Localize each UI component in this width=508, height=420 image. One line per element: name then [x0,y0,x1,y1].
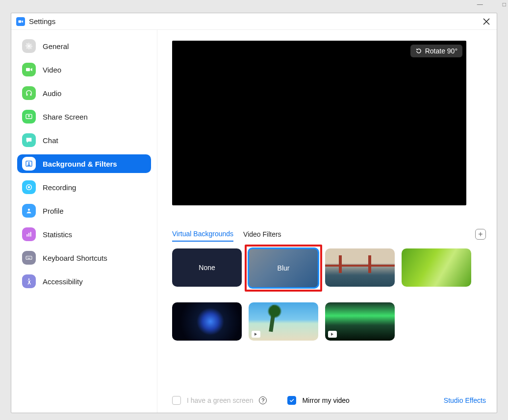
chat-icon [22,133,36,147]
rotate-label: Rotate 90° [425,47,457,55]
mirror-video-checkbox[interactable] [287,396,296,405]
sidebar-item-recording[interactable]: Recording [17,178,151,197]
svg-rect-18 [27,258,30,259]
thumb-label: Blur [278,264,290,272]
add-background-button[interactable]: + [475,229,486,240]
bg-option-beach[interactable] [249,302,318,341]
sidebar-item-label: Video [43,66,61,74]
bg-option-bridge[interactable] [325,248,395,287]
sidebar-item-keyboard-shortcuts[interactable]: Keyboard Shortcuts [17,248,151,267]
main-panel: Rotate 90° Virtual Backgrounds Video Fil… [157,30,497,413]
settings-dialog: Settings General Video [11,13,497,413]
accessibility-icon [22,274,36,288]
rotate-icon [415,48,422,54]
sidebar-item-accessibility[interactable]: Accessibility [17,272,151,291]
sidebar-item-label: Audio [43,89,61,98]
keyboard-icon [22,251,36,265]
svg-point-15 [27,257,27,258]
sidebar-item-label: Share Screen [43,113,88,121]
svg-point-19 [28,278,30,280]
bg-option-grass[interactable] [402,248,471,287]
svg-point-17 [29,257,30,258]
sidebar-item-label: Statistics [43,230,72,239]
sidebar-item-label: Background & Filters [43,160,117,168]
dialog-header: Settings [11,13,497,30]
filter-tabs: Virtual Backgrounds Video Filters + [172,227,486,242]
mirror-video-label: Mirror my video [302,396,349,404]
bg-option-earth[interactable] [172,302,242,341]
bg-option-blur-highlight: Blur [245,245,322,292]
bar-chart-icon [22,227,36,241]
bg-option-blur[interactable]: Blur [248,247,319,289]
svg-rect-0 [19,20,22,23]
bg-option-aurora[interactable] [325,302,395,341]
dialog-title: Settings [29,17,55,25]
video-preview: Rotate 90° [172,41,466,205]
close-button[interactable] [481,16,492,27]
footer-bar: I have a green screen ? Mirror my video … [172,396,486,405]
svg-rect-3 [26,94,28,96]
video-badge-icon [328,331,337,338]
sidebar-item-label: Recording [43,183,76,192]
sidebar-item-profile[interactable]: Profile [17,201,151,220]
svg-rect-14 [26,256,32,260]
tab-video-filters[interactable]: Video Filters [243,227,281,241]
svg-rect-12 [28,233,29,236]
sidebar-item-chat[interactable]: Chat [17,131,151,149]
green-screen-label: I have a green screen [187,396,253,404]
help-icon[interactable]: ? [259,396,267,404]
os-window-controls[interactable]: — □ [477,1,506,8]
sidebar-item-label: Keyboard Shortcuts [43,254,107,262]
studio-effects-link[interactable]: Studio Effects [444,396,486,404]
share-screen-icon [22,110,36,124]
svg-point-7 [28,162,29,164]
sidebar-item-video[interactable]: Video [17,60,151,79]
sidebar-item-share-screen[interactable]: Share Screen [17,107,151,126]
svg-rect-11 [26,234,27,237]
video-icon [22,63,36,76]
minimize-icon[interactable]: — [477,1,483,8]
sidebar-item-label: Chat [43,136,58,145]
avatar-icon [22,204,36,218]
svg-point-10 [28,209,30,211]
sidebar-item-label: Profile [43,207,64,215]
headphones-icon [22,86,36,100]
svg-rect-13 [30,232,31,236]
sidebar-item-statistics[interactable]: Statistics [17,225,151,244]
sidebar-item-audio[interactable]: Audio [17,84,151,102]
bg-option-none[interactable]: None [172,248,242,287]
svg-rect-2 [26,68,30,72]
sidebar-item-label: General [43,42,69,50]
svg-point-16 [28,257,29,258]
settings-sidebar: General Video Audio [11,30,157,413]
maximize-icon[interactable]: □ [503,1,506,8]
record-icon [22,180,36,194]
zoom-app-icon [16,17,25,26]
tab-virtual-backgrounds[interactable]: Virtual Backgrounds [172,227,233,242]
sidebar-item-background-filters[interactable]: Background & Filters [17,154,151,173]
svg-rect-4 [30,94,32,96]
video-badge-icon [252,331,260,338]
rotate-button[interactable]: Rotate 90° [410,45,462,57]
sidebar-item-general[interactable]: General [17,37,151,55]
gear-icon [22,39,36,53]
background-thumbnails: None Blur [172,248,486,341]
sidebar-item-label: Accessibility [43,277,83,286]
green-screen-checkbox[interactable] [172,396,181,405]
svg-point-9 [28,186,30,188]
person-card-icon [22,157,36,171]
thumb-label: None [199,264,215,272]
